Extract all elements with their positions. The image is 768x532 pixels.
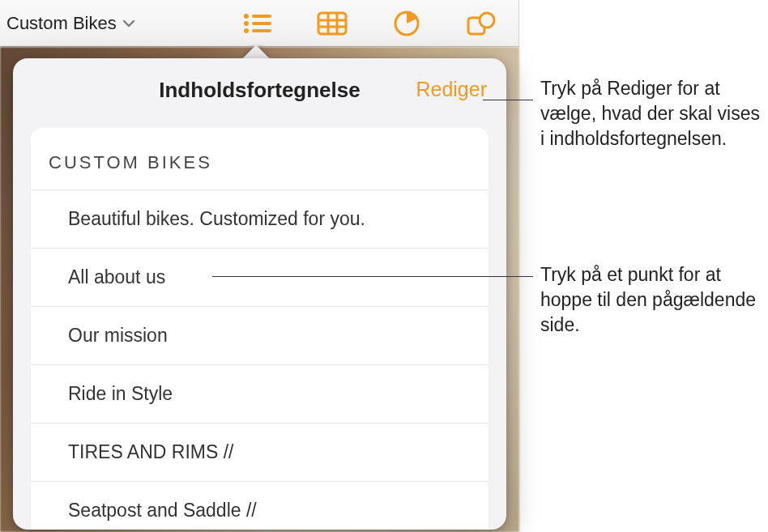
svg-point-0 (244, 14, 249, 19)
toc-popover: Indholdsfortegnelse Rediger CUSTOM BIKES… (13, 58, 506, 530)
edit-button[interactable]: Rediger (416, 78, 487, 101)
toc-item[interactable]: Our mission (31, 307, 489, 365)
insert-table-button[interactable] (295, 0, 369, 46)
popover-arrow (243, 45, 269, 59)
svg-rect-1 (252, 15, 271, 18)
callout-leader (212, 276, 533, 277)
document-title: Custom Bikes (6, 13, 117, 34)
popover-header: Indholdsfortegnelse Rediger (13, 58, 506, 121)
svg-rect-5 (252, 29, 271, 32)
toc-view-button[interactable] (220, 0, 295, 46)
callout-edit: Tryk på Rediger for at vælge, hvad der s… (540, 76, 767, 151)
chart-icon (393, 10, 420, 37)
svg-point-2 (244, 21, 249, 26)
table-icon (317, 11, 348, 36)
insert-chart-button[interactable] (369, 0, 444, 46)
document-title-menu[interactable]: Custom Bikes (0, 0, 136, 46)
toc-item[interactable]: TIRES AND RIMS // (31, 423, 489, 482)
callout-leader (483, 100, 533, 100)
svg-rect-3 (252, 22, 271, 25)
popover-title: Indholdsfortegnelse (159, 78, 360, 103)
toc-item[interactable]: Ride in Style (31, 365, 489, 423)
toolbar: Custom Bikes (0, 0, 519, 47)
list-icon (241, 11, 274, 36)
svg-point-13 (480, 13, 494, 28)
toc-item[interactable]: Seatpost and Saddle // (31, 482, 489, 530)
svg-point-4 (244, 28, 249, 33)
chevron-down-icon (122, 16, 136, 31)
shapes-icon (466, 11, 497, 36)
toc-item[interactable]: Beautiful bikes. Customized for you. (31, 190, 489, 249)
callout-item: Tryk på et punkt for at hoppe til den på… (540, 262, 759, 338)
toc-item[interactable]: All about us (31, 249, 489, 307)
svg-rect-6 (318, 13, 346, 34)
insert-shape-button[interactable] (444, 0, 518, 46)
toolbar-icons (220, 0, 518, 46)
toc-document-heading[interactable]: CUSTOM BIKES (31, 128, 489, 190)
toc-list: CUSTOM BIKES Beautiful bikes. Customized… (31, 128, 489, 530)
